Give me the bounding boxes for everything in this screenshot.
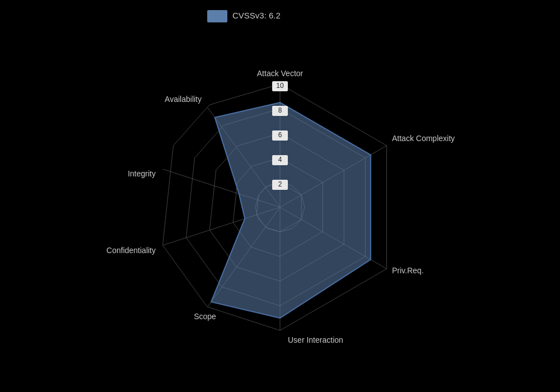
label-attack-vector: Attack Vector <box>257 69 304 78</box>
legend-color-box <box>207 10 227 22</box>
grid-label-4: 4 <box>278 156 282 164</box>
cvss-data-polygon <box>211 102 371 318</box>
grid-label-2: 2 <box>278 180 282 188</box>
legend-label: CVSSv3: 6.2 <box>232 11 281 20</box>
grid-label-10: 10 <box>276 82 284 90</box>
label-user-interaction: User Interaction <box>288 335 343 344</box>
label-confidentiality: Confidentiality <box>106 246 156 255</box>
label-scope: Scope <box>194 312 216 321</box>
label-attack-complexity: Attack Complexity <box>392 134 455 143</box>
label-availability: Availability <box>165 95 202 104</box>
label-priv-req: Priv.Req. <box>392 266 424 275</box>
chart-container: CVSSv3: 6.2 <box>0 0 560 392</box>
grid-label-6: 6 <box>278 131 282 139</box>
label-integrity: Integrity <box>128 169 156 178</box>
grid-label-8: 8 <box>278 106 282 114</box>
